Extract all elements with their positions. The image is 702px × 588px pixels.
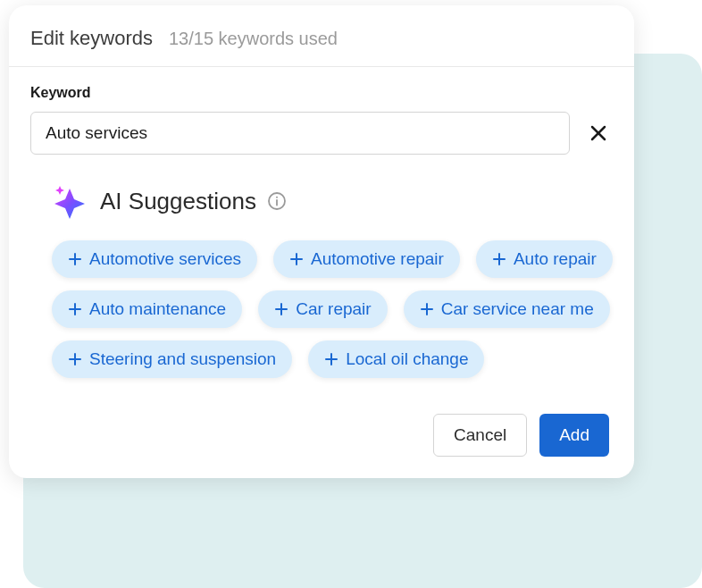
suggestions-header: AI Suggestions <box>30 183 613 219</box>
plus-icon <box>68 352 82 366</box>
edit-keywords-dialog: Edit keywords 13/15 keywords used Keywor… <box>9 5 634 478</box>
close-icon <box>588 122 609 144</box>
add-button[interactable]: Add <box>539 414 609 457</box>
sparkle-icon <box>52 183 88 219</box>
keyword-count: 13/15 keywords used <box>169 29 338 49</box>
chip-label: Car service near me <box>441 299 594 319</box>
suggestions-chips: Automotive servicesAutomotive repairAuto… <box>30 240 613 378</box>
chip-label: Automotive repair <box>311 249 444 269</box>
suggestion-chip[interactable]: Automotive repair <box>273 240 460 278</box>
suggestion-chip[interactable]: Car service near me <box>404 290 610 328</box>
keyword-input[interactable] <box>30 112 570 155</box>
chip-label: Local oil change <box>346 349 468 369</box>
dialog-header: Edit keywords 13/15 keywords used <box>9 5 634 67</box>
suggestion-chip[interactable]: Auto repair <box>476 240 613 278</box>
cancel-button[interactable]: Cancel <box>433 414 527 457</box>
plus-icon <box>68 302 82 316</box>
clear-button[interactable] <box>584 119 613 147</box>
dialog-footer: Cancel Add <box>30 414 613 457</box>
plus-icon <box>274 302 288 316</box>
plus-icon <box>420 302 434 316</box>
suggestion-chip[interactable]: Car repair <box>258 290 387 328</box>
suggestion-chip[interactable]: Local oil change <box>308 340 484 378</box>
suggestion-chip[interactable]: Auto maintenance <box>52 290 242 328</box>
dialog-title: Edit keywords <box>30 27 153 50</box>
plus-icon <box>492 252 506 266</box>
chip-label: Steering and suspension <box>89 349 276 369</box>
chip-label: Automotive services <box>89 249 241 269</box>
input-row <box>30 112 613 155</box>
chip-label: Auto maintenance <box>89 299 226 319</box>
svg-point-4 <box>276 197 278 198</box>
keyword-field-label: Keyword <box>30 85 613 101</box>
plus-icon <box>289 252 304 266</box>
dialog-body: Keyword <box>9 67 634 478</box>
suggestion-chip[interactable]: Steering and suspension <box>52 340 292 378</box>
suggestions-title: AI Suggestions <box>100 188 256 215</box>
info-icon[interactable] <box>267 191 287 211</box>
suggestion-chip[interactable]: Automotive services <box>52 240 257 278</box>
plus-icon <box>68 252 82 266</box>
plus-icon <box>324 352 338 366</box>
chip-label: Auto repair <box>514 249 597 269</box>
chip-label: Car repair <box>296 299 371 319</box>
